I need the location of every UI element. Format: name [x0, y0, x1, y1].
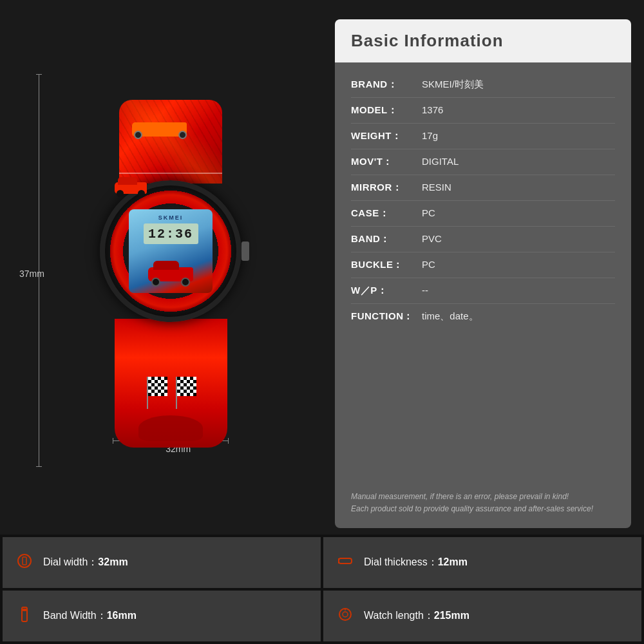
- dial-thickness-value: 12mm: [438, 556, 468, 567]
- info-row: WEIGHT：17g: [351, 124, 615, 149]
- info-row: W／P：--: [351, 278, 615, 304]
- watch-area: 37mm: [13, 19, 328, 528]
- tick-right: [228, 438, 229, 444]
- info-panel: Basic Information BRAND：SKMEI/时刻美MODEL：1…: [335, 19, 631, 528]
- dial-width-value: 32mm: [98, 556, 128, 567]
- watch-length-icon: [336, 605, 354, 627]
- wheel-fl: [134, 131, 142, 139]
- info-row: CASE：PC: [351, 201, 615, 227]
- metric-item-watch-length: Watch length：215mm: [323, 591, 641, 641]
- mini-car-wheel-front: [117, 190, 124, 197]
- info-label-8: W／P：: [351, 285, 422, 297]
- flag-left: [144, 377, 169, 409]
- info-label-5: CASE：: [351, 207, 422, 220]
- svg-point-7: [343, 612, 348, 617]
- info-row: BAND：PVC: [351, 227, 615, 252]
- info-label-4: MIRROR：: [351, 182, 422, 194]
- svg-rect-1: [23, 557, 26, 565]
- info-value-3: DIGITAL: [422, 156, 615, 167]
- info-value-1: 1376: [422, 104, 615, 115]
- dim-tick-bottom: [36, 466, 42, 467]
- flag-cloth-right: [177, 377, 196, 396]
- watch-illustration: SKMEI 12:36: [80, 87, 261, 460]
- band-width-icon: [15, 605, 33, 627]
- info-title: Basic Information: [351, 31, 615, 51]
- dial-car-art: [148, 264, 193, 287]
- dial-width-icon: [15, 552, 33, 574]
- info-value-2: 17g: [422, 130, 615, 141]
- main-container: 37mm: [0, 0, 644, 644]
- band-bottom: [115, 319, 227, 448]
- watch-length-text: Watch length：215mm: [364, 609, 469, 623]
- helmet-shape: [138, 415, 203, 441]
- band-width-text: Band Width：16mm: [43, 609, 137, 623]
- info-label-6: BAND：: [351, 233, 422, 245]
- info-row: FUNCTION：time、date。: [351, 304, 615, 329]
- info-value-9: time、date。: [422, 310, 615, 323]
- dial-thickness-icon: [336, 552, 354, 574]
- metrics-section: Dial width：32mm Dial thickness：12mm Band…: [0, 535, 644, 644]
- info-header: Basic Information: [335, 19, 631, 62]
- info-row: MODEL：1376: [351, 98, 615, 124]
- info-row: MIRROR：RESIN: [351, 175, 615, 201]
- band-bottom-art: [115, 319, 227, 448]
- info-value-4: RESIN: [422, 182, 615, 193]
- wheel-rl: [178, 131, 187, 139]
- watch-case: SKMEI 12:36: [100, 180, 242, 322]
- skmei-brand-text: SKMEI: [158, 214, 184, 221]
- svg-rect-5: [23, 609, 26, 611]
- top-band-car: [132, 113, 190, 142]
- info-label-0: BRAND：: [351, 79, 422, 91]
- info-row: BUCKLE：PC: [351, 252, 615, 278]
- top-section: 37mm: [0, 0, 644, 535]
- info-body: BRAND：SKMEI/时刻美MODEL：1376WEIGHT：17gMOV'T…: [335, 62, 631, 484]
- info-label-7: BUCKLE：: [351, 259, 422, 271]
- dial-thickness-text: Dial thickness：12mm: [364, 556, 468, 569]
- metric-item-dial-width: Dial width：32mm: [3, 537, 321, 588]
- watch-length-value: 215mm: [434, 610, 469, 621]
- dimension-37mm-label: 37mm: [19, 269, 44, 279]
- red-ring-bezel: SKMEI 12:36: [109, 190, 232, 312]
- info-label-3: MOV'T：: [351, 156, 422, 168]
- info-value-8: --: [422, 285, 615, 296]
- flag-right: [173, 377, 198, 409]
- bottom-helmet: [121, 415, 221, 441]
- footer-note: Manual measurement, if there is an error…: [351, 491, 615, 515]
- mini-car-wheel-rear: [138, 190, 145, 197]
- dial-inner: SKMEI 12:36: [129, 209, 213, 293]
- tick-left: [113, 438, 113, 444]
- mini-car-topper: [115, 179, 147, 197]
- info-value-6: PVC: [422, 233, 615, 244]
- dial-width-text: Dial width：32mm: [43, 556, 128, 569]
- info-value-5: PC: [422, 207, 615, 218]
- checkered-flags: [121, 377, 221, 409]
- info-label-1: MODEL：: [351, 104, 422, 117]
- dial-car-wheel2: [181, 278, 190, 287]
- info-row: MOV'T：DIGITAL: [351, 149, 615, 175]
- flag-cloth-left: [148, 377, 167, 396]
- metric-item-band-width: Band Width：16mm: [3, 591, 321, 641]
- info-row: BRAND：SKMEI/时刻美: [351, 72, 615, 98]
- info-footer: Manual measurement, if there is an error…: [335, 484, 631, 528]
- metric-item-dial-thickness: Dial thickness：12mm: [323, 537, 641, 588]
- lcd-time: 12:36: [148, 227, 193, 242]
- info-label-2: WEIGHT：: [351, 130, 422, 142]
- dial-car-wheel1: [151, 278, 160, 287]
- info-value-7: PC: [422, 259, 615, 270]
- track-line: [119, 173, 222, 174]
- dim-tick-top: [36, 74, 42, 75]
- band-width-value: 16mm: [107, 610, 137, 621]
- svg-rect-2: [339, 558, 352, 564]
- info-label-9: FUNCTION：: [351, 310, 422, 323]
- svg-point-0: [18, 554, 31, 567]
- lcd-display: 12:36: [144, 223, 198, 244]
- info-value-0: SKMEI/时刻美: [422, 79, 615, 91]
- band-top: [119, 100, 222, 184]
- watch-crown: [242, 242, 249, 261]
